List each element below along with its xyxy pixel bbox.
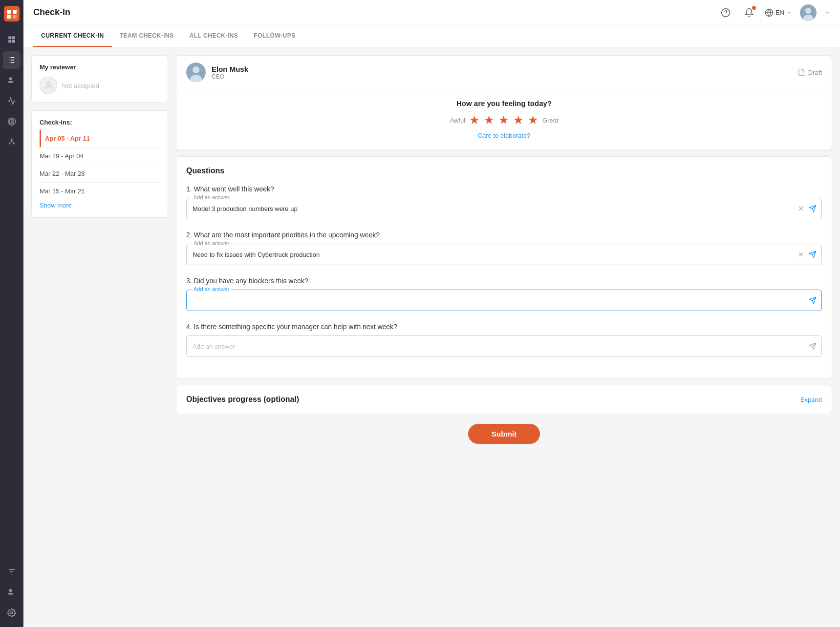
svg-rect-5 bbox=[8, 36, 11, 39]
svg-point-9 bbox=[9, 77, 12, 80]
reviewer-card-title: My reviewer bbox=[40, 63, 160, 71]
answer-input-4[interactable] bbox=[187, 336, 821, 356]
reviewer-card: My reviewer Not assigned bbox=[31, 55, 168, 103]
answer-field-4 bbox=[186, 335, 822, 357]
sidebar-item-settings[interactable] bbox=[3, 604, 21, 622]
checkins-card: Check-ins: Apr 05 - Apr 11 Mar 29 - Apr … bbox=[31, 110, 168, 218]
send-icon-2[interactable] bbox=[809, 251, 817, 258]
answer-actions-4 bbox=[809, 342, 817, 350]
tab-all-checkins[interactable]: ALL CHECK-INS bbox=[182, 25, 246, 47]
answer-field-1: Add an answer bbox=[186, 198, 822, 219]
mood-great-label: Great bbox=[542, 117, 559, 124]
svg-rect-4 bbox=[13, 15, 17, 19]
sidebar-item-dashboard[interactable] bbox=[3, 31, 21, 48]
header-actions: EN bbox=[718, 4, 830, 21]
star-1[interactable]: ★ bbox=[469, 113, 480, 127]
sidebar-item-goals[interactable] bbox=[3, 113, 21, 130]
content-area: My reviewer Not assigned Check-ins: Apr … bbox=[23, 47, 840, 627]
mood-awful-label: Awful bbox=[450, 117, 465, 124]
tab-team-checkins[interactable]: TEAM CHECK-INS bbox=[112, 25, 182, 47]
question-block-3: 3. Did you have any blockers this week? … bbox=[186, 277, 822, 311]
svg-point-13 bbox=[11, 139, 13, 140]
answer-input-2[interactable] bbox=[187, 244, 821, 265]
sidebar-item-performance[interactable] bbox=[3, 92, 21, 110]
user-card-header: Elon Musk CEO Draft bbox=[176, 56, 832, 89]
top-header: Check-in EN bbox=[23, 0, 840, 25]
checkin-item-3[interactable]: Mar 15 - Mar 21 bbox=[40, 183, 160, 200]
app-logo[interactable] bbox=[4, 6, 20, 21]
right-panel: Elon Musk CEO Draft How are you feeling … bbox=[176, 55, 832, 619]
svg-point-33 bbox=[193, 66, 199, 73]
answer-input-1[interactable] bbox=[187, 198, 821, 219]
mood-section: How are you feeling today? Awful ★ ★ ★ ★… bbox=[176, 89, 832, 150]
svg-point-31 bbox=[47, 82, 50, 85]
tab-followups[interactable]: FOLLOW-UPS bbox=[246, 25, 303, 47]
sidebar-item-team[interactable] bbox=[3, 584, 21, 601]
mood-question: How are you feeling today? bbox=[186, 99, 822, 107]
notifications-button[interactable] bbox=[741, 5, 757, 21]
question-text-3: 3. Did you have any blockers this week? bbox=[186, 277, 822, 285]
star-2[interactable]: ★ bbox=[484, 113, 495, 127]
questions-heading: Questions bbox=[186, 167, 822, 175]
user-avatar-button[interactable] bbox=[800, 4, 817, 21]
send-icon-3[interactable] bbox=[809, 296, 817, 304]
mood-row: Awful ★ ★ ★ ★ ★ Great bbox=[186, 113, 822, 127]
clear-icon-2[interactable] bbox=[797, 251, 805, 258]
user-name: Elon Musk bbox=[212, 65, 248, 73]
help-button[interactable] bbox=[718, 5, 733, 21]
question-block-2: 2. What are the most important prioritie… bbox=[186, 231, 822, 265]
svg-point-22 bbox=[9, 589, 12, 592]
user-role: CEO bbox=[212, 73, 248, 80]
send-icon-1[interactable] bbox=[809, 205, 817, 212]
page-title: Check-in bbox=[33, 7, 718, 18]
user-chevron-icon bbox=[824, 10, 830, 16]
answer-input-3[interactable] bbox=[187, 290, 821, 311]
checkins-title: Check-ins: bbox=[40, 119, 160, 126]
svg-line-15 bbox=[10, 142, 12, 143]
clear-icon-1[interactable] bbox=[797, 205, 805, 212]
draft-label: Draft bbox=[808, 69, 822, 76]
chevron-down-icon bbox=[786, 10, 792, 16]
answer-actions-1 bbox=[797, 205, 817, 212]
star-4[interactable]: ★ bbox=[513, 113, 524, 127]
submit-area: Submit bbox=[176, 420, 832, 452]
reviewer-row: Not assigned bbox=[40, 77, 160, 94]
svg-rect-8 bbox=[12, 40, 15, 43]
objectives-title: Objectives progress (optional) bbox=[186, 395, 299, 404]
answer-actions-3 bbox=[809, 296, 817, 304]
show-more-link[interactable]: Show more bbox=[40, 202, 72, 209]
checkin-item-1[interactable]: Mar 29 - Apr 04 bbox=[40, 147, 160, 165]
not-assigned-label: Not assigned bbox=[62, 82, 99, 89]
language-selector[interactable]: EN bbox=[765, 8, 792, 17]
expand-link[interactable]: Expand bbox=[800, 396, 822, 403]
svg-point-29 bbox=[805, 8, 811, 14]
sidebar-item-people[interactable] bbox=[3, 72, 21, 89]
answer-label-1: Add an answer bbox=[192, 194, 231, 200]
checkin-item-2[interactable]: Mar 22 - Mar 28 bbox=[40, 165, 160, 183]
tabs-bar: CURRENT CHECK-IN TEAM CHECK-INS ALL CHEC… bbox=[23, 25, 840, 47]
notification-badge bbox=[752, 6, 756, 10]
question-block-1: 1. What went well this week? Add an answ… bbox=[186, 185, 822, 219]
submit-button[interactable]: Submit bbox=[468, 424, 540, 444]
send-icon-4[interactable] bbox=[809, 342, 817, 350]
lang-label: EN bbox=[775, 9, 784, 16]
sidebar-item-filters[interactable] bbox=[3, 563, 21, 581]
sidebar-item-checkin[interactable] bbox=[3, 51, 21, 69]
question-text-2: 2. What are the most important prioritie… bbox=[186, 231, 822, 239]
objectives-header: Objectives progress (optional) Expand bbox=[186, 395, 822, 404]
checkin-item-0[interactable]: Apr 05 - Apr 11 bbox=[40, 130, 160, 147]
tab-current-checkin[interactable]: CURRENT CHECK-IN bbox=[33, 25, 112, 47]
elaborate-link[interactable]: Care to elaborate? bbox=[478, 132, 531, 139]
svg-point-12 bbox=[11, 121, 13, 123]
star-3[interactable]: ★ bbox=[498, 113, 509, 127]
user-info: Elon Musk CEO bbox=[212, 65, 248, 80]
main-area: Check-in EN bbox=[23, 0, 840, 627]
question-block-4: 4. Is there something specific your mana… bbox=[186, 323, 822, 357]
questions-section: Questions 1. What went well this week? A… bbox=[176, 156, 832, 379]
answer-label-2: Add an answer bbox=[192, 240, 231, 246]
sidebar-item-org[interactable] bbox=[3, 133, 21, 151]
star-5[interactable]: ★ bbox=[528, 113, 538, 127]
svg-rect-3 bbox=[7, 15, 11, 19]
svg-point-23 bbox=[11, 612, 13, 614]
answer-label-3: Add an answer bbox=[192, 286, 231, 292]
